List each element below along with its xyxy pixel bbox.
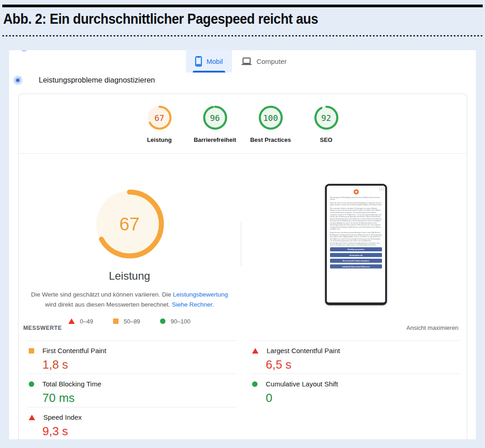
device-tabs: Mobil Computer [186,50,296,73]
metric-label: Total Blocking Time [42,380,101,388]
score-label: Barrierefreiheit [194,136,236,143]
score-label: SEO [320,136,332,143]
site-logo-icon [354,189,359,194]
legend-range: 50–89 [124,318,140,325]
legend-item-average: 50–89 [113,318,140,325]
page-screenshot-thumbnail[interactable]: × Wir benötigen Ihre Einwilligung, bevor… [325,184,387,305]
description-text-2: wird direkt aus diesen Messwerten berech… [45,301,172,308]
figure-top-rule [2,5,483,7]
description-text-1: Die Werte sind geschätzt und können vari… [31,291,173,298]
legend-range: 0–49 [80,318,93,325]
siehe-rechner-link[interactable]: Siehe Rechner. [172,301,214,308]
leistungsbewertung-link[interactable]: Leistungsbewertung [173,291,228,298]
consent-paragraph: Wenn Sie unter 16 Jahre alt sind und Ihr… [330,202,382,206]
metric-value: 1,8 s [42,358,236,372]
metric-label: Largest Contentful Paint [267,347,340,354]
performance-score-value: 67 [94,188,165,260]
consent-paragraph: Einige Services verarbeiten personenbezo… [330,231,382,246]
legend-item-fail: 0–49 [68,318,93,325]
metric-label: Speed Index [43,413,82,421]
score-legend: 0–49 50–89 90–100 [29,318,230,325]
score-label: Leistung [147,136,171,143]
tab-active-underline [193,71,225,73]
score-leistung[interactable]: 67 Leistung [132,105,187,143]
fail-triangle-icon [29,415,35,420]
score-value: 96 [202,105,228,130]
metric-total-blocking-time: Total Blocking Time 70 ms [28,374,236,407]
expand-view-button[interactable]: Ansicht maximieren [407,324,459,331]
consent-essential-button: Nur essenzielle Cookies akzeptieren [330,259,382,263]
pass-circle-icon [252,381,258,387]
measurements-header-row: MESSWERTE Ansicht maximieren [23,324,459,331]
score-best-practices[interactable]: 100 Best Practices [243,105,299,143]
score-value: 100 [258,105,284,130]
card-divider [19,153,467,154]
performance-gauge-label: Leistung [29,270,230,282]
section-heading: Leistungsprobleme diagnostizieren [39,76,155,84]
score-label: Best Practices [250,136,291,143]
page: Abb. 2: Ein durchschnittlicher Pagespeed… [0,0,485,448]
score-description: Die Werte sind geschätzt und können vari… [29,290,230,310]
metric-value: 70 ms [42,391,236,405]
pagespeed-report-panel: Mobil Computer Leistungsprobleme diagnos… [9,50,476,439]
report-card: 67 Leistung 96 Barrierefreiheit [18,94,467,439]
average-square-icon [29,348,34,354]
metric-value: 9,3 s [42,424,236,438]
score-value: 92 [314,105,339,130]
diagnose-gauge-icon [12,74,23,85]
laptop-icon [241,57,252,66]
close-icon: × [379,187,384,191]
cropped-icon-fragment [22,50,26,52]
consent-paragraph: Wir benötigen Ihre Einwilligung, bevor S… [330,196,382,200]
legend-range: 90–100 [170,318,190,325]
vertical-divider [241,221,241,266]
metric-value: 6,5 s [266,358,459,372]
metric-label: First Contentful Paint [42,347,106,354]
pass-circle-icon [160,318,165,324]
measurements-heading: MESSWERTE [23,324,62,331]
figure-dotted-rule [2,35,483,37]
score-seo[interactable]: 92 SEO [299,105,354,143]
metric-empty-cell [251,407,459,440]
consent-save-button: Einwilligung speichern [330,247,382,251]
metrics-grid: First Contentful Paint 1,8 s Largest Con… [28,340,459,440]
performance-gauge-block: 67 Leistung Die Werte sind geschätzt und… [29,185,230,325]
metric-value: 0 [266,391,459,405]
tab-mobile[interactable]: Mobil [186,50,232,73]
consent-preferences-button: Individuelle Datenschutz-Präferenzen [330,265,382,269]
metric-label: Cumulative Layout Shift [266,380,338,388]
tab-desktop-label: Computer [257,57,287,65]
average-square-icon [113,318,119,324]
tab-desktop[interactable]: Computer [232,50,296,73]
fail-triangle-icon [252,348,258,354]
consent-accept-all-button: Ich akzeptiere alle [330,253,382,257]
legend-item-pass: 90–100 [160,318,190,325]
metric-first-contentful-paint: First Contentful Paint 1,8 s [28,340,236,374]
metric-largest-contentful-paint: Largest Contentful Paint 6,5 s [251,340,459,374]
consent-paragraph: Wir verwenden Cookies und andere Technol… [330,207,382,230]
pass-circle-icon [29,381,34,387]
metric-speed-index: Speed Index 9,3 s [28,407,236,440]
fail-triangle-icon [68,318,75,324]
category-scores-row: 67 Leistung 96 Barrierefreiheit [19,94,467,143]
score-value: 67 [147,105,172,130]
tab-mobile-label: Mobil [206,57,223,65]
metric-cumulative-layout-shift: Cumulative Layout Shift 0 [251,374,459,407]
section-heading-row: Leistungsprobleme diagnostizieren [12,74,155,85]
smartphone-icon [195,56,202,67]
figure-title: Abb. 2: Ein durchschnittlicher Pagespeed… [3,11,318,27]
score-barrierefreiheit[interactable]: 96 Barrierefreiheit [187,105,243,143]
